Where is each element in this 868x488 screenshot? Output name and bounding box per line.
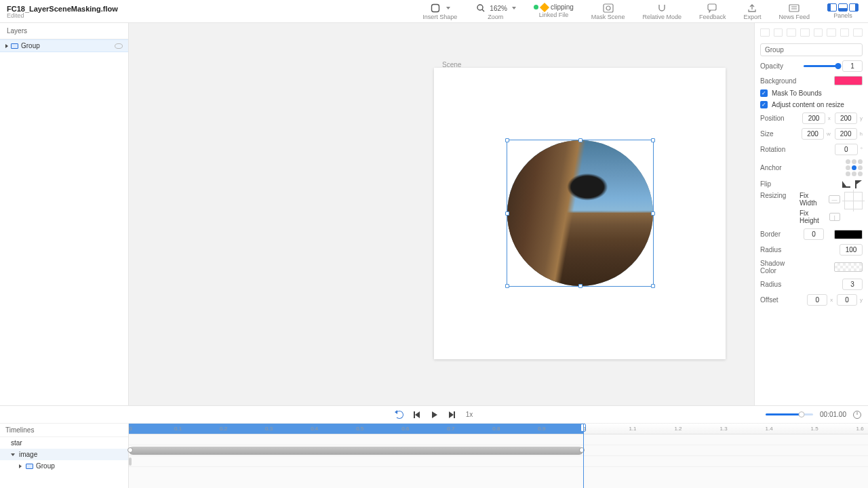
anchor-grid[interactable] <box>846 159 863 176</box>
sketch-icon <box>540 2 549 12</box>
mask-to-bounds-checkbox[interactable]: ✓ <box>760 89 768 97</box>
element-name-field[interactable]: Group <box>760 43 863 56</box>
play-icon <box>432 411 437 418</box>
timeline-ruler[interactable]: 0 0.1 0.2 0.3 0.4 0.5 0.6 0.7 0.8 0.9 1 … <box>129 424 868 434</box>
fix-height-toggle[interactable]: | <box>829 213 840 221</box>
timeline-tracks[interactable]: 0 0.1 0.2 0.3 0.4 0.5 0.6 0.7 0.8 0.9 1 … <box>129 424 868 488</box>
ruler-tick: 0.8 <box>492 426 500 432</box>
size-w-input[interactable]: 200 <box>802 128 824 140</box>
selection-handle[interactable] <box>578 138 583 142</box>
align-left-icon[interactable] <box>760 28 770 37</box>
flip-vertical-icon[interactable] <box>855 180 862 188</box>
adjust-content-checkbox[interactable]: ✓ <box>760 101 768 108</box>
feedback-label: Feedback <box>699 14 726 20</box>
align-right-icon[interactable] <box>787 28 796 37</box>
clip-handle[interactable] <box>127 447 133 453</box>
offset-y-input[interactable]: 0 <box>837 294 857 306</box>
disclosure-triangle-icon[interactable] <box>5 44 8 48</box>
panel-left-icon <box>827 3 837 12</box>
relative-mode-button[interactable]: Relative Mode <box>639 3 684 20</box>
playhead-line[interactable] <box>583 424 584 488</box>
skip-back-button[interactable] <box>413 411 421 419</box>
radius-label: Radius <box>760 246 800 253</box>
linked-file-label: Linked File <box>539 12 569 18</box>
export-icon <box>746 3 758 13</box>
timelines-header: Timelines <box>0 424 128 437</box>
feedback-button[interactable]: Feedback <box>696 3 729 20</box>
loop-icon <box>395 411 403 419</box>
border-input[interactable]: 0 <box>804 228 824 240</box>
distribute-v-icon[interactable] <box>853 28 863 37</box>
align-top-icon[interactable] <box>800 28 810 37</box>
selection-handle[interactable] <box>505 284 509 288</box>
svg-line-2 <box>482 9 484 12</box>
timeline-clip[interactable] <box>129 447 583 455</box>
svg-rect-6 <box>789 5 799 12</box>
panel-right-icon <box>849 3 859 12</box>
anchor-label: Anchor <box>760 164 800 171</box>
fix-height-label: Fix Height <box>800 209 827 224</box>
ruler-tick: 1.4 <box>765 426 772 432</box>
resizing-constraints-icon[interactable] <box>844 192 863 209</box>
news-feed-button[interactable]: News Feed <box>776 3 812 20</box>
svg-point-1 <box>477 5 483 10</box>
position-y-input[interactable]: 200 <box>835 113 857 124</box>
timeline-row-group[interactable]: Group <box>0 460 128 472</box>
news-feed-label: News Feed <box>778 14 810 20</box>
linked-file-button[interactable]: clipping Linked File <box>531 3 576 18</box>
clock-icon[interactable] <box>853 411 861 419</box>
anchor-center-icon[interactable] <box>852 165 856 170</box>
export-button[interactable]: Export <box>741 3 764 20</box>
timeline-row-image[interactable]: image <box>0 449 128 460</box>
adjust-content-label: Adjust content on resize <box>772 101 844 108</box>
timeline-row-star[interactable]: star <box>0 437 128 449</box>
flip-label: Flip <box>760 180 800 188</box>
align-bottom-icon[interactable] <box>827 28 836 37</box>
mask-scene-button[interactable]: Mask Scene <box>589 3 628 20</box>
selection-handle[interactable] <box>578 284 583 288</box>
distribute-h-icon[interactable] <box>840 28 850 37</box>
play-button[interactable] <box>431 411 439 419</box>
insert-shape-button[interactable]: Insert Shape <box>420 3 460 20</box>
layers-header: Layers <box>0 23 128 39</box>
zoom-button[interactable]: 162% Zoom <box>472 3 519 20</box>
shadow-color-swatch[interactable] <box>834 262 863 272</box>
radius-input[interactable]: 100 <box>840 244 863 256</box>
selection-handle[interactable] <box>651 138 655 142</box>
selection-box[interactable] <box>507 140 654 287</box>
opacity-slider[interactable] <box>804 65 838 67</box>
visibility-icon[interactable] <box>115 43 123 49</box>
border-swatch[interactable] <box>834 230 863 239</box>
skip-forward-button[interactable] <box>448 411 456 419</box>
playback-speed[interactable]: 1x <box>466 411 473 418</box>
alignment-row <box>760 27 863 39</box>
track-image[interactable] <box>129 445 868 456</box>
timeline-zoom-slider[interactable] <box>766 413 813 415</box>
fix-width-toggle[interactable]: — <box>829 195 840 203</box>
border-label: Border <box>760 230 800 238</box>
position-x-input[interactable]: 200 <box>802 113 825 124</box>
size-h-input[interactable]: 200 <box>835 128 857 140</box>
panels-button[interactable]: Panels <box>825 3 861 19</box>
rotation-input[interactable]: 0 <box>835 144 858 155</box>
magnifier-icon <box>475 3 487 13</box>
ruler-tick: 0.6 <box>401 426 409 432</box>
align-center-h-icon[interactable] <box>774 28 783 37</box>
selection-handle[interactable] <box>651 284 655 288</box>
layer-row-group[interactable]: Group <box>0 39 128 52</box>
keyframe[interactable] <box>129 458 132 466</box>
selection-handle[interactable] <box>505 138 509 142</box>
track-star[interactable] <box>129 434 868 445</box>
background-swatch[interactable] <box>834 76 863 85</box>
selection-handle[interactable] <box>505 211 509 216</box>
track-group[interactable] <box>129 456 868 467</box>
selection-handle[interactable] <box>651 211 655 216</box>
offset-x-input[interactable]: 0 <box>807 294 827 306</box>
flip-horizontal-icon[interactable] <box>842 181 850 188</box>
shadow-radius-input[interactable]: 3 <box>842 279 863 290</box>
opacity-input[interactable]: 1 <box>842 60 863 72</box>
align-center-v-icon[interactable] <box>814 28 823 37</box>
canvas[interactable]: Scene <box>129 23 754 405</box>
loop-button[interactable] <box>395 411 403 419</box>
ruler-tick: 1.2 <box>674 426 682 432</box>
